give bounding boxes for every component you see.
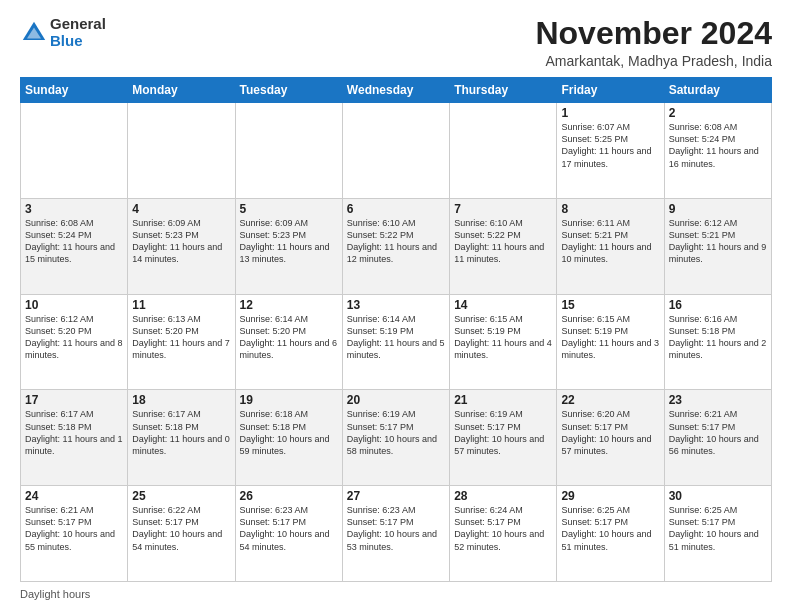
day-number: 22: [561, 393, 659, 407]
location-title: Amarkantak, Madhya Pradesh, India: [535, 53, 772, 69]
calendar-week-row: 10Sunrise: 6:12 AM Sunset: 5:20 PM Dayli…: [21, 294, 772, 390]
calendar-cell: 30Sunrise: 6:25 AM Sunset: 5:17 PM Dayli…: [664, 486, 771, 582]
day-info: Sunrise: 6:12 AM Sunset: 5:21 PM Dayligh…: [669, 217, 767, 266]
day-number: 9: [669, 202, 767, 216]
calendar-cell: 7Sunrise: 6:10 AM Sunset: 5:22 PM Daylig…: [450, 198, 557, 294]
day-number: 29: [561, 489, 659, 503]
calendar-header-tuesday: Tuesday: [235, 78, 342, 103]
day-info: Sunrise: 6:10 AM Sunset: 5:22 PM Dayligh…: [347, 217, 445, 266]
day-number: 6: [347, 202, 445, 216]
day-info: Sunrise: 6:10 AM Sunset: 5:22 PM Dayligh…: [454, 217, 552, 266]
day-info: Sunrise: 6:12 AM Sunset: 5:20 PM Dayligh…: [25, 313, 123, 362]
day-number: 18: [132, 393, 230, 407]
calendar-table: SundayMondayTuesdayWednesdayThursdayFrid…: [20, 77, 772, 582]
header: General Blue November 2024 Amarkantak, M…: [20, 16, 772, 69]
day-number: 15: [561, 298, 659, 312]
day-number: 5: [240, 202, 338, 216]
calendar-cell: 6Sunrise: 6:10 AM Sunset: 5:22 PM Daylig…: [342, 198, 449, 294]
day-info: Sunrise: 6:17 AM Sunset: 5:18 PM Dayligh…: [132, 408, 230, 457]
calendar-cell: 4Sunrise: 6:09 AM Sunset: 5:23 PM Daylig…: [128, 198, 235, 294]
calendar-header-friday: Friday: [557, 78, 664, 103]
day-number: 1: [561, 106, 659, 120]
day-info: Sunrise: 6:08 AM Sunset: 5:24 PM Dayligh…: [669, 121, 767, 170]
day-number: 23: [669, 393, 767, 407]
day-info: Sunrise: 6:19 AM Sunset: 5:17 PM Dayligh…: [347, 408, 445, 457]
day-number: 20: [347, 393, 445, 407]
day-number: 8: [561, 202, 659, 216]
calendar-cell: 28Sunrise: 6:24 AM Sunset: 5:17 PM Dayli…: [450, 486, 557, 582]
calendar-week-row: 3Sunrise: 6:08 AM Sunset: 5:24 PM Daylig…: [21, 198, 772, 294]
day-info: Sunrise: 6:11 AM Sunset: 5:21 PM Dayligh…: [561, 217, 659, 266]
day-info: Sunrise: 6:20 AM Sunset: 5:17 PM Dayligh…: [561, 408, 659, 457]
logo-blue-text: Blue: [50, 33, 106, 50]
calendar-cell: 22Sunrise: 6:20 AM Sunset: 5:17 PM Dayli…: [557, 390, 664, 486]
calendar-cell: 25Sunrise: 6:22 AM Sunset: 5:17 PM Dayli…: [128, 486, 235, 582]
calendar-header-sunday: Sunday: [21, 78, 128, 103]
day-number: 19: [240, 393, 338, 407]
day-info: Sunrise: 6:08 AM Sunset: 5:24 PM Dayligh…: [25, 217, 123, 266]
calendar-cell: 1Sunrise: 6:07 AM Sunset: 5:25 PM Daylig…: [557, 103, 664, 199]
logo-text: General Blue: [50, 16, 106, 49]
calendar-cell: 10Sunrise: 6:12 AM Sunset: 5:20 PM Dayli…: [21, 294, 128, 390]
day-number: 28: [454, 489, 552, 503]
calendar-cell: 3Sunrise: 6:08 AM Sunset: 5:24 PM Daylig…: [21, 198, 128, 294]
calendar-cell: 11Sunrise: 6:13 AM Sunset: 5:20 PM Dayli…: [128, 294, 235, 390]
day-number: 21: [454, 393, 552, 407]
day-number: 4: [132, 202, 230, 216]
calendar-cell: 20Sunrise: 6:19 AM Sunset: 5:17 PM Dayli…: [342, 390, 449, 486]
calendar-cell: [235, 103, 342, 199]
day-number: 14: [454, 298, 552, 312]
calendar-cell: [128, 103, 235, 199]
calendar-header-monday: Monday: [128, 78, 235, 103]
title-block: November 2024 Amarkantak, Madhya Pradesh…: [535, 16, 772, 69]
day-info: Sunrise: 6:09 AM Sunset: 5:23 PM Dayligh…: [240, 217, 338, 266]
calendar-cell: 23Sunrise: 6:21 AM Sunset: 5:17 PM Dayli…: [664, 390, 771, 486]
calendar-cell: 12Sunrise: 6:14 AM Sunset: 5:20 PM Dayli…: [235, 294, 342, 390]
day-info: Sunrise: 6:15 AM Sunset: 5:19 PM Dayligh…: [454, 313, 552, 362]
calendar-cell: 9Sunrise: 6:12 AM Sunset: 5:21 PM Daylig…: [664, 198, 771, 294]
logo-icon: [20, 19, 48, 47]
day-number: 13: [347, 298, 445, 312]
calendar-cell: 26Sunrise: 6:23 AM Sunset: 5:17 PM Dayli…: [235, 486, 342, 582]
calendar-cell: 24Sunrise: 6:21 AM Sunset: 5:17 PM Dayli…: [21, 486, 128, 582]
day-number: 26: [240, 489, 338, 503]
day-number: 7: [454, 202, 552, 216]
page: General Blue November 2024 Amarkantak, M…: [0, 0, 792, 612]
calendar-cell: 13Sunrise: 6:14 AM Sunset: 5:19 PM Dayli…: [342, 294, 449, 390]
day-info: Sunrise: 6:07 AM Sunset: 5:25 PM Dayligh…: [561, 121, 659, 170]
calendar-cell: 19Sunrise: 6:18 AM Sunset: 5:18 PM Dayli…: [235, 390, 342, 486]
calendar-cell: [450, 103, 557, 199]
calendar-header-saturday: Saturday: [664, 78, 771, 103]
day-number: 27: [347, 489, 445, 503]
logo: General Blue: [20, 16, 106, 49]
calendar-cell: [342, 103, 449, 199]
day-info: Sunrise: 6:14 AM Sunset: 5:20 PM Dayligh…: [240, 313, 338, 362]
day-info: Sunrise: 6:21 AM Sunset: 5:17 PM Dayligh…: [669, 408, 767, 457]
day-info: Sunrise: 6:16 AM Sunset: 5:18 PM Dayligh…: [669, 313, 767, 362]
day-number: 11: [132, 298, 230, 312]
calendar-week-row: 17Sunrise: 6:17 AM Sunset: 5:18 PM Dayli…: [21, 390, 772, 486]
footer: Daylight hours: [20, 588, 772, 600]
calendar-cell: 27Sunrise: 6:23 AM Sunset: 5:17 PM Dayli…: [342, 486, 449, 582]
day-info: Sunrise: 6:17 AM Sunset: 5:18 PM Dayligh…: [25, 408, 123, 457]
day-number: 24: [25, 489, 123, 503]
logo-general-text: General: [50, 16, 106, 33]
calendar-week-row: 1Sunrise: 6:07 AM Sunset: 5:25 PM Daylig…: [21, 103, 772, 199]
day-number: 30: [669, 489, 767, 503]
calendar-cell: 29Sunrise: 6:25 AM Sunset: 5:17 PM Dayli…: [557, 486, 664, 582]
day-info: Sunrise: 6:23 AM Sunset: 5:17 PM Dayligh…: [347, 504, 445, 553]
day-number: 10: [25, 298, 123, 312]
day-info: Sunrise: 6:14 AM Sunset: 5:19 PM Dayligh…: [347, 313, 445, 362]
calendar-cell: 16Sunrise: 6:16 AM Sunset: 5:18 PM Dayli…: [664, 294, 771, 390]
calendar-header-row: SundayMondayTuesdayWednesdayThursdayFrid…: [21, 78, 772, 103]
day-info: Sunrise: 6:23 AM Sunset: 5:17 PM Dayligh…: [240, 504, 338, 553]
calendar-cell: 21Sunrise: 6:19 AM Sunset: 5:17 PM Dayli…: [450, 390, 557, 486]
day-number: 16: [669, 298, 767, 312]
calendar-cell: [21, 103, 128, 199]
calendar-header-thursday: Thursday: [450, 78, 557, 103]
daylight-label: Daylight hours: [20, 588, 90, 600]
day-info: Sunrise: 6:19 AM Sunset: 5:17 PM Dayligh…: [454, 408, 552, 457]
day-info: Sunrise: 6:09 AM Sunset: 5:23 PM Dayligh…: [132, 217, 230, 266]
day-info: Sunrise: 6:25 AM Sunset: 5:17 PM Dayligh…: [669, 504, 767, 553]
calendar-cell: 15Sunrise: 6:15 AM Sunset: 5:19 PM Dayli…: [557, 294, 664, 390]
